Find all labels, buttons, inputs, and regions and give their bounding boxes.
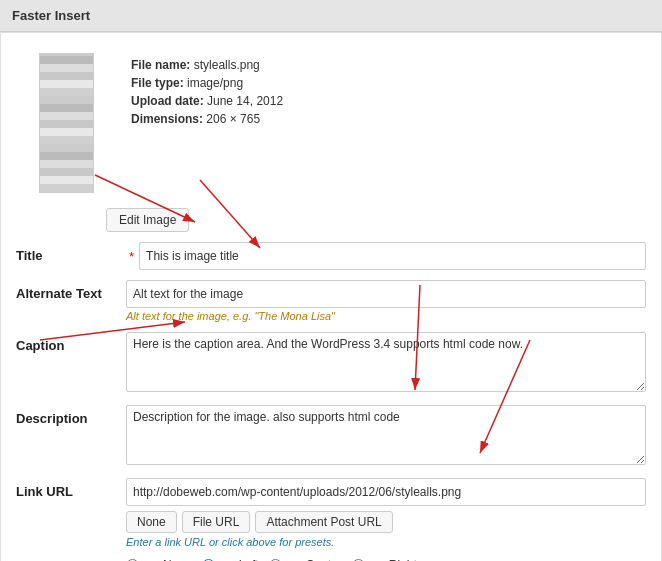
alt-text-input[interactable]: [126, 280, 646, 308]
link-url-hint: Enter a link URL or click above for pres…: [126, 536, 646, 548]
caption-row: Caption Here is the caption area. And th…: [16, 332, 646, 395]
caption-label: Caption: [16, 332, 126, 353]
dimensions-label: Dimensions:: [131, 112, 203, 126]
image-thumbnail: [16, 53, 116, 193]
link-url-input[interactable]: [126, 478, 646, 506]
link-url-label: Link URL: [16, 478, 126, 499]
caption-textarea[interactable]: Here is the caption area. And the WordPr…: [126, 332, 646, 392]
upload-date-label: Upload date:: [131, 94, 204, 108]
link-attachment-button[interactable]: Attachment Post URL: [255, 511, 392, 533]
title-label: Title: [16, 242, 126, 263]
description-textarea[interactable]: Description for the image. also supports…: [126, 405, 646, 465]
link-url-buttons: None File URL Attachment Post URL: [126, 511, 646, 533]
alt-text-label: Alternate Text: [16, 280, 126, 301]
file-name-row: File name: stylealls.png: [131, 58, 646, 72]
thumbnail-image: [39, 53, 94, 193]
alt-text-hint: Alt text for the image, e.g. "The Mona L…: [126, 310, 646, 322]
filename-value: stylealls.png: [194, 58, 260, 72]
file-info-panel: File name: stylealls.png File type: imag…: [131, 53, 646, 193]
link-none-button[interactable]: None: [126, 511, 177, 533]
description-row: Description Description for the image. a…: [16, 405, 646, 468]
window-title: Faster Insert: [0, 0, 662, 32]
link-file-url-button[interactable]: File URL: [182, 511, 251, 533]
alt-text-row: Alternate Text Alt text for the image, e…: [16, 280, 646, 322]
description-label: Description: [16, 405, 126, 426]
link-url-row: Link URL None File URL Attachment Post U…: [16, 478, 646, 548]
dimensions-row: Dimensions: 206 × 765: [131, 112, 646, 126]
title-row: Title *: [16, 242, 646, 270]
filetype-label: File type:: [131, 76, 184, 90]
required-star: *: [129, 249, 134, 264]
filetype-value: image/png: [187, 76, 243, 90]
title-input[interactable]: [139, 242, 646, 270]
dimensions-value: 206 × 765: [206, 112, 260, 126]
upload-date-row: Upload date: June 14, 2012: [131, 94, 646, 108]
upload-date-value: June 14, 2012: [207, 94, 283, 108]
filename-label: File name:: [131, 58, 190, 72]
file-type-row: File type: image/png: [131, 76, 646, 90]
edit-image-button[interactable]: Edit Image: [106, 208, 189, 232]
